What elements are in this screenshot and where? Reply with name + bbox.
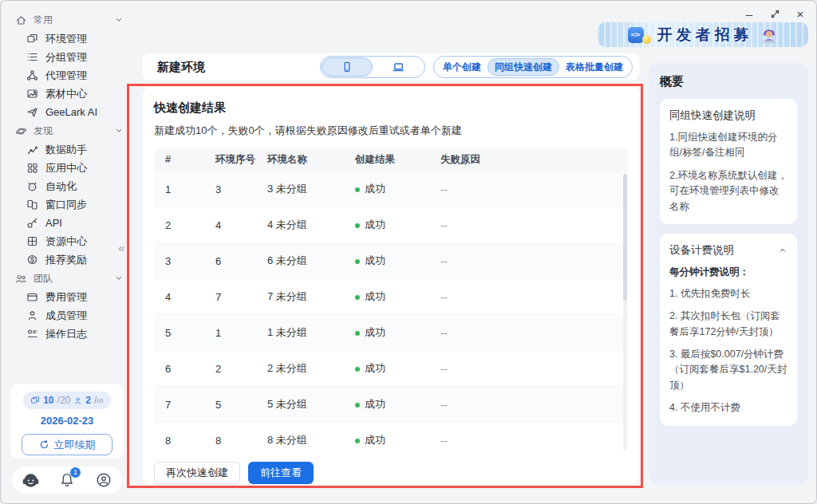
chevron-up-icon [778,246,787,255]
minimize-button[interactable]: – [738,5,760,22]
section-label: 常用 [34,14,53,27]
success-dot-icon [355,187,360,192]
account-button[interactable] [94,471,113,490]
col-env-seq: 环境序号 [215,153,267,167]
note-item: 2.环境名称系统默认创建，可在环境管理列表中修改名称 [669,168,787,215]
person-icon [73,396,82,405]
success-dot-icon [355,295,360,300]
device-type-toggle [320,56,425,78]
device-option-computer[interactable] [373,57,424,77]
success-dot-icon [355,439,360,443]
sidebar-item-automation[interactable]: 自动化 [1,177,133,195]
sidebar-item-billing-management[interactable]: 费用管理 [1,288,133,306]
sidebar-item-env-management[interactable]: 环境管理 [1,30,133,48]
restore-button[interactable] [764,5,786,22]
cell-seq: 8 [215,435,267,447]
cell-name: 1 未分组 [267,325,355,340]
cell-reason: -- [440,363,628,375]
scatter-icon [26,144,38,156]
robot-icon [26,180,38,192]
group-quick-create-notes-card: 同组快速创建说明 1.同组快速创建环境的分组/标签/备注相同 2.环境名称系统默… [660,99,797,224]
cell-seq: 5 [215,399,267,411]
close-button[interactable]: × [789,5,811,22]
item-label: 窗口同步 [45,198,87,212]
panel-title: 快速创建结果 [154,100,628,116]
plan-usage-card: 10/20 2/∞ 2026-02-23 立即续期 [10,384,124,459]
success-dot-icon [355,259,360,264]
sidebar-item-proxy-management[interactable]: 代理管理 [1,66,133,85]
success-dot-icon [355,403,360,408]
phone-icon [341,61,353,73]
sidebar-item-geelark-ai[interactable]: GeeLark AI [1,103,133,121]
cell-reason: -- [440,219,628,231]
billing-item: 1. 优先扣免费时长 [669,286,787,301]
table-row: 8 8 8 未分组 成功 -- [154,423,628,452]
sidebar-item-operation-log[interactable]: 操作日志 [1,325,133,343]
sidebar-item-member-management[interactable]: 成员管理 [1,306,133,325]
create-mode-tabs: 单个创建 同组快速创建 表格批量创建 [433,56,633,78]
tab-group-quick-create[interactable]: 同组快速创建 [487,58,559,76]
cell-result: 成功 [355,361,440,376]
summary-title: 概要 [660,74,797,89]
cell-index: 6 [154,363,215,375]
chevron-down-icon [114,15,124,25]
sidebar-item-referral-reward[interactable]: 推荐奖励 [1,250,133,269]
cell-reason: -- [440,327,628,339]
refresh-icon [39,439,49,450]
support-button[interactable] [21,471,40,490]
cell-result: 成功 [355,325,440,340]
sidebar-section-team[interactable]: 团队 [1,269,133,288]
sidebar-item-material-center[interactable]: 素材中心 [1,85,133,103]
scrollbar-thumb[interactable] [623,174,627,301]
table-row: 1 3 3 未分组 成功 -- [154,171,628,207]
results-table: # 环境序号 环境名称 创建结果 失败原因 1 3 3 未分组 成功 -- 2 … [154,148,628,452]
cell-result: 成功 [355,289,440,304]
sidebar-item-group-management[interactable]: 分组管理 [1,48,133,66]
modules-icon [26,235,38,247]
members-total: /∞ [94,395,104,406]
sidebar-collapse-handle[interactable]: « [118,241,124,254]
item-label: 应用中心 [45,161,87,175]
cell-reason: -- [440,291,628,303]
sidebar-item-resource-center[interactable]: 资源中心 [1,232,133,250]
sidebar-item-api[interactable]: API [1,214,133,232]
tab-table-batch-create[interactable]: 表格批量创建 [559,58,630,76]
section-label: 团队 [34,272,53,285]
retry-quick-create-button[interactable]: 再次快速创建 [154,462,240,484]
item-label: 环境管理 [45,32,87,46]
billing-item: 3. 最后按$0.007/分钟计费（订阅套餐后享$1.20/天封顶） [669,347,787,393]
device-option-phone[interactable] [322,57,373,77]
cell-reason: -- [440,183,628,195]
item-label: 费用管理 [45,290,87,305]
promo-banner[interactable]: </> 开发者招募 [598,22,808,47]
cell-name: 6 未分组 [267,254,355,268]
tab-single-create[interactable]: 单个创建 [436,58,487,76]
note-item: 1.同组快速创建环境的分组/标签/备注相同 [669,130,787,161]
sidebar-section-common[interactable]: 常用 [1,10,133,30]
sidebar-footer-bar: 1 [12,467,122,494]
notifications-button[interactable]: 1 [57,471,77,490]
sidebar-item-app-center[interactable]: 应用中心 [1,159,133,177]
cell-reason: -- [440,435,628,447]
billing-card-header[interactable]: 设备计费说明 [669,243,787,258]
sidebar-item-data-assistant[interactable]: 数据助手 [1,140,133,159]
banner-title: 开发者招募 [657,25,753,45]
minimize-icon: – [746,7,752,21]
go-view-button[interactable]: 前往查看 [248,462,314,484]
table-scrollbar[interactable] [623,174,627,450]
panel-subtitle: 新建成功10个，失败0个，请根据失败原因修改后重试或者单个新建 [154,124,628,138]
item-label: 成员管理 [45,309,87,323]
renew-button[interactable]: 立即续期 [22,434,112,455]
headset-icon [22,471,40,490]
envs-total: /20 [57,395,71,406]
chevron-down-icon [114,274,124,283]
quick-create-results-panel: 快速创建结果 新建成功10个，失败0个，请根据失败原因修改后重试或者单个新建 #… [143,87,639,484]
sidebar-section-discover[interactable]: 发现 [1,121,133,140]
sidebar-item-window-sync[interactable]: 窗口同步 [1,195,133,214]
col-env-name: 环境名称 [267,153,355,167]
windows-icon [26,33,38,45]
log-icon [26,328,38,340]
cell-index: 7 [154,399,215,411]
close-icon: × [797,7,804,21]
lightbulb-icon [642,35,651,44]
